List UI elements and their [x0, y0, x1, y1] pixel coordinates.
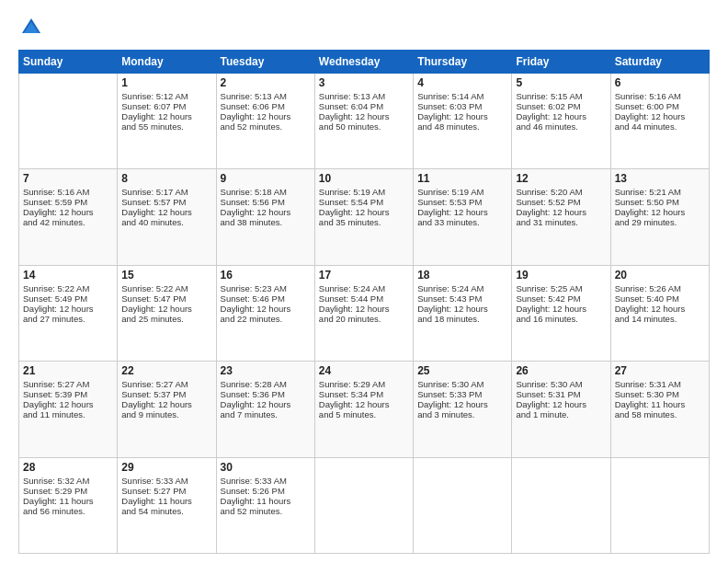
- cell-info: Sunrise: 5:32 AM: [23, 476, 113, 486]
- cell-info: and 18 minutes.: [417, 314, 507, 324]
- cell-info: and 27 minutes.: [23, 314, 113, 324]
- cell-info: Sunset: 5:59 PM: [23, 197, 113, 207]
- cell-info: and 46 minutes.: [516, 121, 606, 132]
- cell-info: and 11 minutes.: [23, 409, 113, 419]
- cell-info: Daylight: 12 hours: [516, 399, 606, 409]
- cell-info: Sunrise: 5:25 AM: [516, 283, 606, 293]
- calendar-cell: 22Sunrise: 5:27 AMSunset: 5:37 PMDayligh…: [118, 362, 216, 457]
- cell-info: Daylight: 12 hours: [319, 207, 409, 217]
- cell-info: and 22 minutes.: [221, 314, 311, 324]
- day-number: 10: [319, 172, 409, 185]
- cell-info: and 38 minutes.: [221, 217, 311, 227]
- day-number: 15: [121, 269, 211, 282]
- cell-info: Sunset: 5:43 PM: [417, 293, 507, 304]
- calendar-cell: 18Sunrise: 5:24 AMSunset: 5:43 PMDayligh…: [414, 265, 512, 361]
- cell-info: Sunrise: 5:29 AM: [319, 379, 409, 389]
- cell-info: Sunset: 5:57 PM: [121, 197, 211, 207]
- cell-info: and 7 minutes.: [221, 409, 311, 419]
- day-number: 2: [221, 76, 311, 89]
- cell-info: Sunrise: 5:13 AM: [319, 91, 409, 101]
- calendar-cell: [512, 457, 610, 553]
- cell-info: Sunrise: 5:28 AM: [221, 379, 311, 389]
- cell-info: Sunset: 5:33 PM: [417, 389, 507, 399]
- cell-info: and 44 minutes.: [615, 121, 705, 132]
- day-number: 27: [615, 364, 705, 377]
- cell-info: Daylight: 12 hours: [417, 207, 507, 217]
- cell-info: Sunset: 5:36 PM: [221, 389, 311, 399]
- cell-info: and 9 minutes.: [121, 409, 211, 419]
- cell-info: and 58 minutes.: [615, 409, 705, 419]
- calendar-cell: 7Sunrise: 5:16 AMSunset: 5:59 PMDaylight…: [19, 169, 118, 265]
- cell-info: Sunset: 5:42 PM: [516, 293, 606, 304]
- cell-info: Sunset: 5:49 PM: [23, 293, 113, 304]
- calendar-cell: 2Sunrise: 5:13 AMSunset: 6:06 PMDaylight…: [216, 74, 314, 169]
- cell-info: Daylight: 12 hours: [319, 111, 409, 121]
- calendar-cell: 20Sunrise: 5:26 AMSunset: 5:40 PMDayligh…: [610, 265, 709, 361]
- calendar-cell: 8Sunrise: 5:17 AMSunset: 5:57 PMDaylight…: [118, 169, 216, 265]
- calendar-cell: 1Sunrise: 5:12 AMSunset: 6:07 PMDaylight…: [118, 74, 216, 169]
- cell-info: Daylight: 12 hours: [221, 304, 311, 314]
- cell-info: Daylight: 12 hours: [23, 304, 113, 314]
- cell-info: Sunset: 5:44 PM: [319, 293, 409, 304]
- cell-info: and 33 minutes.: [417, 217, 507, 227]
- cell-info: Sunset: 5:50 PM: [615, 197, 705, 207]
- cell-info: Daylight: 12 hours: [23, 207, 113, 217]
- cell-info: Sunset: 5:56 PM: [221, 197, 311, 207]
- cell-info: and 42 minutes.: [23, 217, 113, 227]
- cell-info: Sunrise: 5:22 AM: [121, 283, 211, 293]
- day-number: 19: [516, 269, 606, 282]
- day-number: 3: [319, 76, 409, 89]
- calendar-week-row: 1Sunrise: 5:12 AMSunset: 6:07 PMDaylight…: [19, 74, 710, 169]
- cell-info: and 56 minutes.: [23, 506, 113, 516]
- cell-info: and 14 minutes.: [615, 314, 705, 324]
- cell-info: Sunset: 5:27 PM: [121, 486, 211, 496]
- cell-info: Sunrise: 5:33 AM: [221, 476, 311, 486]
- cell-info: and 40 minutes.: [121, 217, 211, 227]
- cell-info: and 29 minutes.: [615, 217, 705, 227]
- day-number: 13: [615, 172, 705, 185]
- cell-info: Daylight: 12 hours: [516, 111, 606, 121]
- calendar-cell: [610, 457, 709, 553]
- calendar-cell: 30Sunrise: 5:33 AMSunset: 5:26 PMDayligh…: [216, 457, 314, 553]
- day-number: 14: [23, 269, 113, 282]
- cell-info: Daylight: 11 hours: [23, 496, 113, 506]
- cell-info: and 52 minutes.: [221, 506, 311, 516]
- cell-info: Sunset: 6:04 PM: [319, 101, 409, 111]
- cell-info: Sunset: 5:39 PM: [23, 389, 113, 399]
- calendar-cell: [19, 74, 118, 169]
- cell-info: Sunrise: 5:23 AM: [221, 283, 311, 293]
- day-number: 5: [516, 76, 606, 89]
- cell-info: Daylight: 12 hours: [121, 111, 211, 121]
- cell-info: Daylight: 12 hours: [516, 207, 606, 217]
- calendar-cell: 28Sunrise: 5:32 AMSunset: 5:29 PMDayligh…: [19, 457, 118, 553]
- cell-info: Sunset: 5:29 PM: [23, 486, 113, 496]
- day-number: 1: [121, 76, 211, 89]
- cell-info: and 48 minutes.: [417, 121, 507, 132]
- calendar-cell: 12Sunrise: 5:20 AMSunset: 5:52 PMDayligh…: [512, 169, 610, 265]
- cell-info: Sunset: 6:07 PM: [121, 101, 211, 111]
- cell-info: Daylight: 12 hours: [417, 399, 507, 409]
- cell-info: and 20 minutes.: [319, 314, 409, 324]
- cell-info: Sunset: 5:34 PM: [319, 389, 409, 399]
- calendar-cell: 15Sunrise: 5:22 AMSunset: 5:47 PMDayligh…: [118, 265, 216, 361]
- cell-info: Daylight: 12 hours: [319, 304, 409, 314]
- cell-info: Daylight: 11 hours: [121, 496, 211, 506]
- calendar-page: SundayMondayTuesdayWednesdayThursdayFrid…: [0, 0, 728, 563]
- cell-info: Sunset: 6:03 PM: [417, 101, 507, 111]
- day-number: 12: [516, 172, 606, 185]
- cell-info: Sunrise: 5:19 AM: [319, 187, 409, 197]
- calendar-cell: 11Sunrise: 5:19 AMSunset: 5:53 PMDayligh…: [414, 169, 512, 265]
- calendar-cell: 16Sunrise: 5:23 AMSunset: 5:46 PMDayligh…: [216, 265, 314, 361]
- calendar-week-row: 21Sunrise: 5:27 AMSunset: 5:39 PMDayligh…: [19, 362, 710, 457]
- cell-info: and 31 minutes.: [516, 217, 606, 227]
- cell-info: Daylight: 12 hours: [221, 399, 311, 409]
- cell-info: Sunrise: 5:21 AM: [615, 187, 705, 197]
- logo: [18, 15, 48, 40]
- cell-info: Daylight: 11 hours: [615, 399, 705, 409]
- calendar-cell: 10Sunrise: 5:19 AMSunset: 5:54 PMDayligh…: [314, 169, 413, 265]
- day-number: 17: [319, 269, 409, 282]
- day-number: 22: [121, 364, 211, 377]
- cell-info: Sunrise: 5:14 AM: [417, 91, 507, 101]
- cell-info: Sunrise: 5:17 AM: [121, 187, 211, 197]
- cell-info: Daylight: 11 hours: [221, 496, 311, 506]
